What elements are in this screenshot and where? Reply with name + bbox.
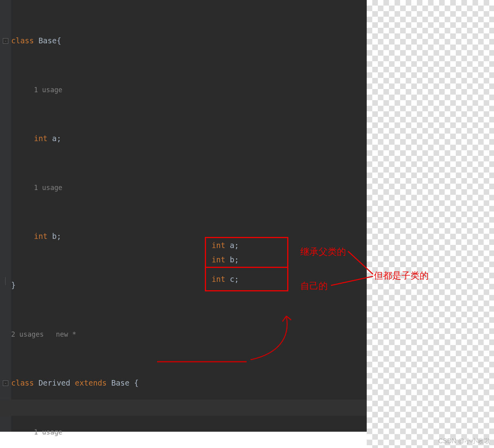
code-line: int b; xyxy=(11,228,216,244)
inlay-hint: 1 usage xyxy=(11,424,216,440)
fold-icon[interactable] xyxy=(3,38,8,44)
inlay-hint: 1 usage xyxy=(11,179,216,196)
fold-icon[interactable] xyxy=(3,380,8,386)
annotation-label-all: 但都是子类的 xyxy=(374,270,429,282)
annotation-row: int b; xyxy=(206,252,287,267)
annotation-label-inherit: 继承父类的 xyxy=(300,246,346,258)
editor-gutter xyxy=(0,0,11,432)
code-line: int a; xyxy=(11,130,216,147)
inlay-hint: 2 usages new * xyxy=(11,326,216,342)
fold-end-icon xyxy=(5,277,6,285)
annotation-box: int a; int b; int c; xyxy=(205,237,288,291)
code-line: class Base{ xyxy=(11,33,216,49)
annotation-row: int a; xyxy=(206,238,287,252)
inlay-hint: 1 usage xyxy=(11,81,216,98)
annotation-row: int c; xyxy=(206,267,287,290)
annotation-label-own: 自己的 xyxy=(300,280,328,292)
code-area: class Base{ 1 usage int a; 1 usage int b… xyxy=(11,0,216,448)
transparency-background xyxy=(367,0,494,448)
code-editor[interactable]: class Base{ 1 usage int a; 1 usage int b… xyxy=(0,0,367,432)
code-line: } xyxy=(11,277,216,293)
code-line: class Derived extends Base { xyxy=(11,375,216,391)
watermark: CSDN @小小啾啾 xyxy=(438,437,490,446)
